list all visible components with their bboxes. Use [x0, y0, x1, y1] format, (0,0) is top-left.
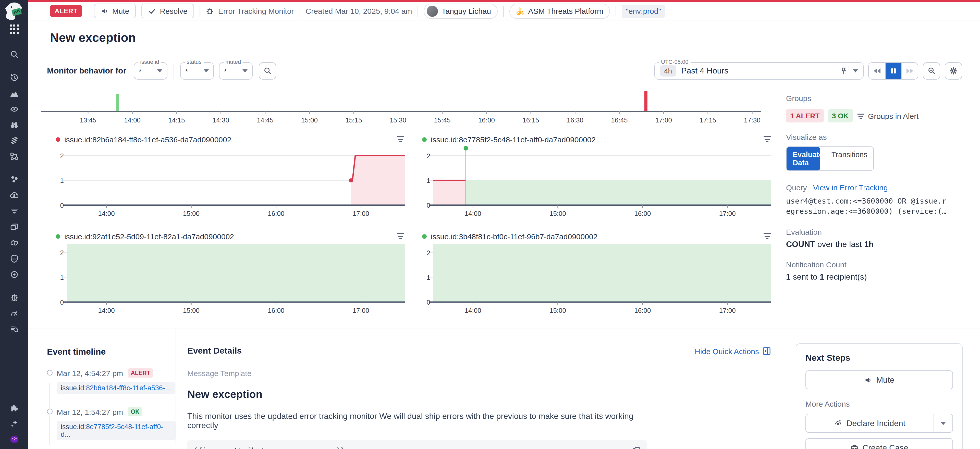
- event-timestamp: Mar 12, 4:54:27 pm: [57, 369, 123, 377]
- ok-count-pill[interactable]: 3 OK: [828, 109, 853, 122]
- team-pill[interactable]: 🍌 ASM Threats Platform: [509, 3, 610, 19]
- issue-id-chip[interactable]: issue.id:8e7785f2-5c48-11ef-aff0-d...: [57, 421, 176, 440]
- recent-history-icon[interactable]: [10, 73, 19, 82]
- view-in-error-tracking-link[interactable]: View in Error Tracking: [813, 183, 888, 192]
- service-map-icon[interactable]: [10, 152, 19, 161]
- cloud-cost-icon[interactable]: [10, 191, 19, 200]
- bits-ai-icon[interactable]: [10, 435, 19, 444]
- filter-value: *: [224, 67, 227, 75]
- create-case-label: Create Case: [862, 443, 908, 449]
- filter-value: *: [185, 67, 188, 75]
- timezone-label: UTC-05:00: [659, 59, 690, 65]
- svg-text:17:00: 17:00: [719, 210, 736, 217]
- alert-count-pill[interactable]: 1 ALERT: [786, 109, 824, 122]
- event-body-text: This monitor uses the updated error trac…: [187, 412, 657, 430]
- status-dot: [422, 137, 427, 141]
- hide-quick-actions-label: Hide Quick Actions: [695, 347, 759, 355]
- groups-in-alert-link[interactable]: Groups in Alert: [857, 111, 918, 120]
- security-icon[interactable]: [10, 254, 19, 263]
- filter-divider: [173, 63, 174, 79]
- declare-incident-dropdown[interactable]: [934, 414, 953, 432]
- copy-icon[interactable]: [632, 446, 641, 449]
- forward-button[interactable]: [901, 63, 918, 79]
- sidebar-bottom-nav: [0, 403, 28, 444]
- pin-icon[interactable]: [840, 67, 848, 75]
- filter-select-muted[interactable]: muted *: [219, 62, 252, 79]
- infrastructure-icon[interactable]: [10, 136, 19, 145]
- pause-button[interactable]: [885, 63, 901, 79]
- chart-filter-icon[interactable]: [396, 136, 405, 143]
- ai-assistant-icon[interactable]: [10, 419, 19, 428]
- ci-cd-icon[interactable]: [10, 238, 19, 248]
- svg-text:16:45: 16:45: [611, 116, 628, 124]
- integrations-icon[interactable]: [10, 403, 19, 412]
- chart-filter-icon[interactable]: [763, 136, 771, 143]
- logs-icon[interactable]: [10, 207, 19, 216]
- monitor-behavior-label: Monitor behavior for: [47, 66, 126, 76]
- slo-gauge-icon[interactable]: [10, 309, 19, 318]
- svg-text:16:30: 16:30: [567, 116, 584, 124]
- time-shift-controls: [868, 62, 918, 79]
- svg-text:15:30: 15:30: [390, 116, 406, 124]
- svg-text:2: 2: [60, 152, 64, 160]
- svg-text:0: 0: [60, 298, 64, 306]
- timeline-marker: [47, 370, 52, 376]
- speaker-icon: [100, 7, 109, 15]
- time-range-chip: 4h: [660, 65, 676, 76]
- datadog-logo-icon[interactable]: [4, 2, 24, 21]
- env-tag[interactable]: "env:prod": [622, 4, 665, 17]
- svg-text:15:00: 15:00: [301, 116, 318, 124]
- group-chart-card: issue.id:3b48f81c-bf0c-11ef-96b7-da7ad09…: [420, 231, 774, 318]
- svg-text:16:00: 16:00: [268, 210, 284, 217]
- mute-button-secondary[interactable]: Mute: [805, 370, 953, 389]
- apm-icon[interactable]: [10, 121, 19, 130]
- zoom-out-button[interactable]: [923, 62, 940, 79]
- chart-title: issue.id:82b6a184-ff8c-11ef-a536-da7ad09…: [64, 135, 231, 144]
- error-tracking-icon[interactable]: [10, 293, 19, 302]
- svg-text:17:00: 17:00: [719, 307, 736, 314]
- team-name: ASM Threats Platform: [528, 6, 603, 15]
- containers-icon[interactable]: [10, 175, 19, 184]
- apps-grid-icon[interactable]: [10, 24, 19, 34]
- toggle-evaluated-data[interactable]: Evaluated Data: [787, 147, 820, 170]
- chevron-down-icon: [204, 70, 208, 73]
- resolve-button[interactable]: Resolve: [142, 3, 194, 18]
- chevron-down-icon[interactable]: [853, 70, 858, 73]
- filter-select-issue-id[interactable]: issue.id *: [134, 62, 167, 79]
- toggle-transitions[interactable]: Transitions: [825, 147, 873, 170]
- time-range-picker[interactable]: UTC-05:00 4h Past 4 Hours: [654, 62, 864, 79]
- filter-search-button[interactable]: [259, 62, 276, 79]
- svg-text:14:30: 14:30: [213, 116, 229, 124]
- event-headline: New exception: [187, 388, 771, 401]
- chart-filter-icon[interactable]: [396, 233, 405, 240]
- visualize-toggle: Evaluated Data Transitions: [786, 146, 874, 171]
- filter-select-status[interactable]: status *: [180, 62, 213, 79]
- declare-incident-button[interactable]: Declare Incident: [806, 414, 934, 432]
- created-timestamp: Created Mar 10, 2025, 9:04 am: [306, 6, 412, 15]
- hide-quick-actions-link[interactable]: Hide Quick Actions: [695, 347, 771, 355]
- synthetics-icon[interactable]: [10, 270, 19, 279]
- chart-filter-icon[interactable]: [763, 233, 771, 240]
- speaker-icon: [864, 376, 872, 384]
- owner-pill[interactable]: Tanguy Lichau: [424, 3, 498, 19]
- svg-text:14:00: 14:00: [124, 116, 141, 124]
- watchdog-icon[interactable]: [10, 105, 19, 114]
- mute-button[interactable]: Mute: [94, 3, 136, 18]
- sidebar-nav: [7, 50, 21, 334]
- template-variable: {{issue.attributes.error.message}}: [193, 446, 345, 449]
- rewind-button[interactable]: [869, 63, 885, 79]
- settings-button[interactable]: [945, 62, 962, 79]
- filter-value: *: [138, 67, 142, 75]
- time-controls: UTC-05:00 4h Past 4 Hours: [654, 62, 962, 79]
- metrics-icon[interactable]: [10, 89, 19, 98]
- svg-text:0: 0: [60, 201, 64, 209]
- search-icon[interactable]: [10, 50, 19, 59]
- svg-text:13:45: 13:45: [80, 116, 97, 124]
- svg-text:15:00: 15:00: [183, 307, 200, 314]
- filter-icon: [857, 113, 864, 119]
- log-explorer-icon[interactable]: [10, 325, 19, 334]
- create-case-button[interactable]: Create Case: [805, 438, 953, 449]
- issue-id-chip[interactable]: issue.id:82b6a184-ff8c-11ef-a536-...: [57, 382, 175, 394]
- page-title: New exception: [50, 31, 980, 45]
- software-catalog-icon[interactable]: [10, 222, 19, 232]
